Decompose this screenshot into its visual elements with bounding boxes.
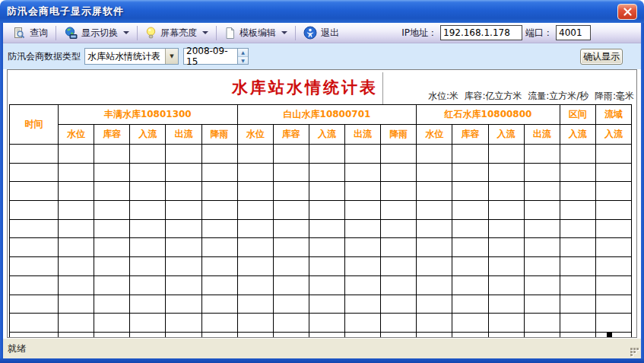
table-cell[interactable] bbox=[452, 314, 488, 333]
table-cell[interactable] bbox=[309, 257, 344, 276]
table-cell[interactable] bbox=[488, 257, 524, 276]
table-cell[interactable] bbox=[309, 238, 344, 257]
table-cell[interactable] bbox=[130, 275, 166, 295]
table-cell[interactable] bbox=[381, 182, 417, 201]
table-cell[interactable] bbox=[237, 219, 273, 238]
table-cell[interactable] bbox=[166, 332, 201, 338]
table-cell[interactable] bbox=[452, 332, 488, 338]
table-cell[interactable] bbox=[560, 314, 595, 333]
table-cell[interactable] bbox=[273, 182, 309, 201]
table-cell[interactable] bbox=[166, 219, 201, 238]
table-cell[interactable] bbox=[94, 332, 130, 338]
chevron-down-icon[interactable] bbox=[123, 31, 129, 34]
table-cell[interactable] bbox=[309, 163, 344, 182]
table-cell[interactable] bbox=[417, 163, 452, 182]
table-cell[interactable] bbox=[237, 332, 273, 338]
table-cell[interactable] bbox=[345, 182, 381, 201]
table-cell[interactable] bbox=[10, 163, 59, 182]
table-cell[interactable] bbox=[273, 257, 309, 276]
table-cell[interactable] bbox=[524, 163, 560, 182]
table-cell[interactable] bbox=[345, 295, 381, 314]
table-cell[interactable] bbox=[130, 163, 166, 182]
table-cell[interactable] bbox=[166, 314, 201, 333]
table-cell[interactable] bbox=[201, 295, 237, 314]
table-cell[interactable] bbox=[201, 257, 237, 276]
table-cell[interactable] bbox=[595, 314, 631, 333]
table-cell[interactable] bbox=[201, 314, 237, 333]
table-cell[interactable] bbox=[595, 257, 631, 276]
table-cell[interactable] bbox=[595, 275, 631, 295]
table-cell[interactable] bbox=[273, 275, 309, 295]
spin-up-icon[interactable]: ▲ bbox=[238, 49, 248, 57]
table-cell[interactable] bbox=[452, 201, 488, 220]
table-cell[interactable] bbox=[524, 182, 560, 201]
table-cell[interactable] bbox=[59, 275, 94, 295]
table-cell[interactable] bbox=[59, 219, 94, 238]
table-cell[interactable] bbox=[59, 314, 94, 333]
confirm-display-button[interactable]: 确认显示 bbox=[580, 49, 623, 65]
table-cell[interactable] bbox=[560, 163, 595, 182]
table-cell[interactable] bbox=[345, 163, 381, 182]
table-cell[interactable] bbox=[524, 295, 560, 314]
table-cell[interactable] bbox=[273, 201, 309, 220]
table-cell[interactable] bbox=[488, 145, 524, 164]
table-cell[interactable] bbox=[488, 295, 524, 314]
table-cell[interactable] bbox=[273, 314, 309, 333]
table-cell[interactable] bbox=[130, 257, 166, 276]
table-cell[interactable] bbox=[524, 275, 560, 295]
table-cell[interactable] bbox=[59, 201, 94, 220]
table-cell[interactable] bbox=[309, 182, 344, 201]
ip-address-input[interactable] bbox=[440, 25, 522, 40]
table-cell[interactable] bbox=[417, 257, 452, 276]
table-cell[interactable] bbox=[94, 145, 130, 164]
table-cell[interactable] bbox=[488, 201, 524, 220]
table-cell[interactable] bbox=[166, 295, 201, 314]
table-cell[interactable] bbox=[345, 275, 381, 295]
table-cell[interactable] bbox=[560, 257, 595, 276]
table-cell[interactable] bbox=[10, 145, 59, 164]
table-cell[interactable] bbox=[130, 182, 166, 201]
table-cell[interactable] bbox=[595, 238, 631, 257]
table-cell[interactable] bbox=[560, 275, 595, 295]
table-cell[interactable] bbox=[524, 332, 560, 338]
table-cell[interactable] bbox=[237, 163, 273, 182]
table-cell[interactable] bbox=[10, 257, 59, 276]
table-cell[interactable] bbox=[524, 219, 560, 238]
table-cell[interactable] bbox=[130, 145, 166, 164]
table-cell[interactable] bbox=[309, 314, 344, 333]
table-cell[interactable] bbox=[59, 163, 94, 182]
table-cell[interactable] bbox=[166, 275, 201, 295]
table-cell[interactable] bbox=[381, 314, 417, 333]
table-cell[interactable] bbox=[595, 145, 631, 164]
table-cell[interactable] bbox=[560, 238, 595, 257]
table-cell[interactable] bbox=[94, 275, 130, 295]
table-cell[interactable] bbox=[452, 145, 488, 164]
table-cell[interactable] bbox=[452, 219, 488, 238]
table-cell[interactable] bbox=[524, 314, 560, 333]
table-cell[interactable] bbox=[130, 295, 166, 314]
table-cell[interactable] bbox=[10, 332, 59, 338]
table-cell[interactable] bbox=[417, 219, 452, 238]
table-cell[interactable] bbox=[381, 257, 417, 276]
table-cell[interactable] bbox=[560, 332, 595, 338]
table-cell[interactable] bbox=[94, 219, 130, 238]
table-cell[interactable] bbox=[10, 219, 59, 238]
table-cell[interactable] bbox=[417, 295, 452, 314]
table-cell[interactable] bbox=[345, 219, 381, 238]
table-cell[interactable] bbox=[309, 145, 344, 164]
table-cell[interactable] bbox=[166, 257, 201, 276]
toolbar-button-screen-brightness[interactable]: 屏幕亮度 bbox=[140, 24, 214, 42]
table-cell[interactable] bbox=[10, 275, 59, 295]
table-cell[interactable] bbox=[595, 295, 631, 314]
table-cell[interactable] bbox=[595, 219, 631, 238]
table-cell[interactable] bbox=[237, 182, 273, 201]
table-cell[interactable] bbox=[309, 219, 344, 238]
data-type-combobox[interactable]: 水库站水情统计表 ▼ bbox=[84, 48, 179, 65]
table-cell[interactable] bbox=[560, 295, 595, 314]
table-cell[interactable] bbox=[488, 275, 524, 295]
table-cell[interactable] bbox=[130, 201, 166, 220]
toolbar-button-template-edit[interactable]: 模板编辑 bbox=[219, 24, 293, 42]
table-cell[interactable] bbox=[237, 295, 273, 314]
toolbar-button-exit[interactable]: 退出 bbox=[298, 24, 344, 42]
table-cell[interactable] bbox=[59, 295, 94, 314]
